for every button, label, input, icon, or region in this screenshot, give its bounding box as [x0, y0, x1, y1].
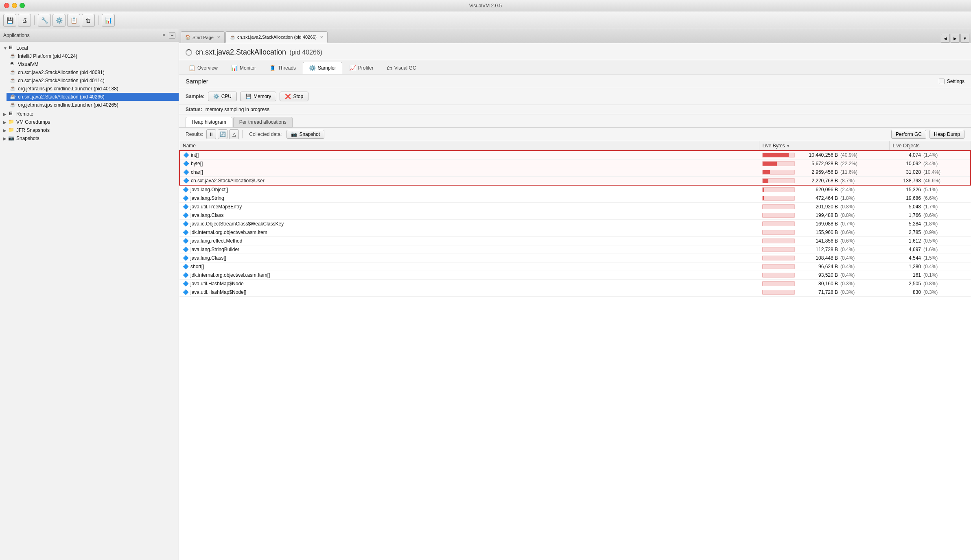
live-bytes-value: 199,488 B: [797, 212, 838, 218]
tree-item-launcher2[interactable]: ☕ org.jetbrains.jps.cmdline.Launcher (pi…: [7, 101, 179, 109]
perform-gc-button[interactable]: Perform GC: [891, 130, 926, 139]
maximize-button[interactable]: [20, 3, 25, 8]
snapshots-icon: 📷: [8, 135, 15, 142]
live-bytes-pct: (0.3%): [840, 289, 861, 295]
table-row[interactable]: 🔷java.lang.Class 199,488 B (0.8%) 1,766 …: [179, 211, 971, 220]
table-row[interactable]: 🔷java.lang.reflect.Method 141,856 B (0.6…: [179, 237, 971, 245]
results-label: Results:: [186, 131, 203, 137]
table-row[interactable]: 🔷short[] 96,624 B (0.4%) 1,280 (0.4%): [179, 262, 971, 271]
cpu-button[interactable]: ⚙️ CPU: [208, 92, 237, 101]
tab-prev-button[interactable]: ◀: [941, 34, 950, 43]
snapshot-button[interactable]: 📷 Snapshot: [286, 130, 324, 139]
tab-start[interactable]: 🏠 Start Page ✕: [181, 31, 225, 43]
toolbar-chart-btn[interactable]: 📊: [102, 14, 115, 27]
toolbar-settings-btn[interactable]: ⚙️: [52, 14, 66, 27]
process-spinner: [186, 49, 192, 56]
live-bytes-value: 2,959,456 B: [797, 169, 838, 175]
nav-tab-visual-gc[interactable]: 🗂 Visual GC: [381, 62, 422, 74]
table-row[interactable]: 🔷char[] 2,959,456 B (11.6%) 31,028 (10.4…: [179, 168, 971, 177]
sub-tab-heap[interactable]: Heap histogram: [186, 117, 232, 127]
close-button[interactable]: [4, 3, 9, 8]
tab-start-close[interactable]: ✕: [217, 35, 220, 39]
tree-item-visualvm[interactable]: 👁 VisualVM: [7, 60, 179, 68]
tree-item-remote[interactable]: ▶ 🖥 Remote: [0, 110, 179, 118]
table-row[interactable]: 🔷java.lang.StringBuilder 112,728 B (0.4%…: [179, 245, 971, 254]
tree-item-coredumps[interactable]: ▶ 📁 VM Coredumps: [0, 118, 179, 126]
table-row[interactable]: 🔷java.lang.String 472,464 B (1.8%) 19,68…: [179, 194, 971, 203]
live-objects-pct: (10.4%): [923, 169, 940, 175]
tree-item-stack3-selected[interactable]: ☕ cn.sxt.java2.StackAllocation (pid 4026…: [7, 93, 179, 101]
table-row[interactable]: 🔷cn.sxt.java2.StackAllocation$User 2,220…: [179, 177, 971, 186]
table-header-row: Name Live Bytes ▼ Live Objects: [179, 141, 971, 151]
bar-bg: [762, 213, 795, 218]
bar-bg: [762, 230, 795, 235]
tree-item-intellij[interactable]: ☕ IntelliJ Platform (pid 40124): [7, 52, 179, 60]
sidebar-close-button[interactable]: ✕: [162, 33, 166, 38]
table-row[interactable]: 🔷java.util.HashMap$Node[] 71,728 B (0.3%…: [179, 288, 971, 297]
row-name: byte[]: [191, 161, 203, 166]
nav-tab-threads[interactable]: 🧵 Threads: [263, 62, 302, 74]
table-row[interactable]: 🔷java.io.ObjectStreamClass$WeakClassKey …: [179, 220, 971, 228]
row-icon: 🔷: [183, 221, 189, 227]
table-row[interactable]: 🔷java.util.TreeMap$Entry 201,920 B (0.8%…: [179, 203, 971, 211]
filter-button[interactable]: △: [229, 129, 239, 139]
toolbar-print-btn[interactable]: 🖨: [18, 14, 31, 27]
settings-checkbox[interactable]: [939, 79, 945, 84]
tree-arrow-remote: ▶: [3, 112, 8, 116]
stop-button[interactable]: ❌ Stop: [280, 92, 308, 101]
stack3-label: cn.sxt.java2.StackAllocation (pid 40266): [18, 94, 105, 100]
col-header-live-bytes[interactable]: Live Bytes ▼: [759, 141, 889, 151]
tree-item-snapshots[interactable]: ▶ 📷 Snapshots: [0, 134, 179, 142]
table-row[interactable]: 🔷jdk.internal.org.objectweb.asm.Item[] 9…: [179, 271, 971, 280]
col-header-name[interactable]: Name: [179, 141, 759, 151]
perform-gc-label: Perform GC: [896, 131, 922, 137]
tree-item-jfr[interactable]: ▶ 📁 JFR Snapshots: [0, 126, 179, 134]
heap-dump-button[interactable]: Heap Dump: [929, 130, 964, 139]
row-icon: 🔷: [183, 264, 189, 269]
tree-item-stack2[interactable]: ☕ cn.sxt.java2.StackAllocation (pid 4011…: [7, 77, 179, 85]
snapshot-icon: 📷: [291, 131, 297, 137]
pause-button[interactable]: ⏸: [206, 129, 216, 139]
bar-fill: [763, 188, 764, 192]
row-name: java.lang.StringBuilder: [190, 247, 239, 252]
sidebar-minimize-button[interactable]: –: [169, 32, 175, 39]
refresh-button[interactable]: 🔄: [218, 129, 227, 139]
table-row[interactable]: 🔷java.lang.Class[] 108,448 B (0.4%) 4,54…: [179, 254, 971, 262]
minimize-button[interactable]: [12, 3, 17, 8]
local-label: Local: [16, 45, 28, 51]
nav-tab-profiler[interactable]: 📈 Profiler: [343, 62, 380, 74]
memory-button[interactable]: 💾 Memory: [240, 92, 276, 101]
tab-process[interactable]: ☕ cn.sxt.java2.StackAllocation (pid 4026…: [225, 31, 328, 43]
row-name: short[]: [190, 264, 204, 269]
tree-item-stack1[interactable]: ☕ cn.sxt.java2.StackAllocation (pid 4008…: [7, 68, 179, 77]
toolbar-save-btn[interactable]: 💾: [3, 14, 16, 27]
row-name: java.lang.Object[]: [190, 187, 228, 192]
bar-bg: [762, 221, 795, 226]
table-row[interactable]: 🔷java.lang.Object[] 620,096 B (2.4%) 15,…: [179, 185, 971, 194]
intellij-icon: ☕: [10, 53, 16, 59]
table-row[interactable]: 🔷byte[] 5,672,928 B (22.2%) 10,092 (3.4%…: [179, 160, 971, 168]
toolbar-clipboard-btn[interactable]: 📋: [67, 14, 80, 27]
nav-tab-sampler[interactable]: ⚙️ Sampler: [303, 62, 342, 74]
status-label: Status:: [186, 107, 202, 112]
toolbar-delete-btn[interactable]: 🗑: [82, 14, 95, 27]
toolbar-tools-btn[interactable]: 🔧: [38, 14, 51, 27]
nav-tab-monitor[interactable]: 📊 Monitor: [225, 62, 262, 74]
tab-next-button[interactable]: ▶: [951, 34, 960, 43]
tree-item-launcher1[interactable]: ☕ org.jetbrains.jps.cmdline.Launcher (pi…: [7, 85, 179, 93]
sub-tab-thread-alloc[interactable]: Per thread allocations: [233, 117, 293, 127]
content-area: 🏠 Start Page ✕ ☕ cn.sxt.java2.StackAlloc…: [179, 29, 971, 560]
tree-arrow-snapshots: ▶: [3, 136, 8, 141]
bar-fill: [763, 170, 770, 174]
col-header-live-objects[interactable]: Live Objects: [889, 141, 971, 151]
table-row[interactable]: 🔷jdk.internal.org.objectweb.asm.Item 155…: [179, 228, 971, 237]
tab-process-close[interactable]: ✕: [320, 35, 323, 39]
tab-dropdown-button[interactable]: ▼: [960, 34, 969, 43]
live-bytes-pct: (22.2%): [840, 161, 861, 166]
nav-tab-overview[interactable]: 📋 Overview: [182, 62, 224, 74]
bar-fill: [763, 196, 764, 200]
table-row[interactable]: 🔷java.util.HashMap$Node 80,160 B (0.3%) …: [179, 280, 971, 288]
live-bytes-pct: (0.6%): [840, 238, 861, 244]
tree-item-local[interactable]: ▼ 🖥 Local: [0, 44, 179, 52]
table-row[interactable]: 🔷int[] 10,440,256 B (40.9%) 4,074 (1.4%): [179, 151, 971, 160]
